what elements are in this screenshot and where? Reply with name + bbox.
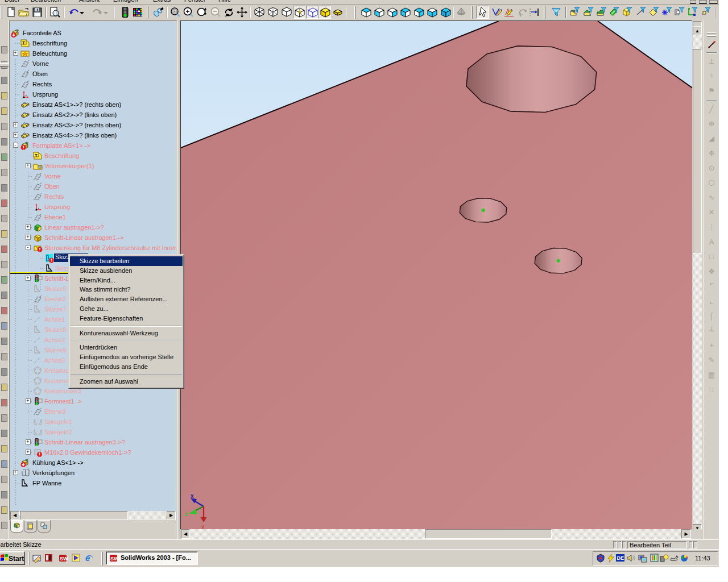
svg-text:DE: DE [617,555,624,561]
svg-text:SW: SW [60,556,68,562]
svg-text:y: y [201,523,205,529]
svg-text:T: T [35,153,38,158]
svg-text:z: z [185,511,188,517]
svg-text:e: e [85,554,90,563]
svg-text:T: T [22,40,25,45]
svg-text:SW: SW [110,556,118,562]
svg-text:x: x [191,493,194,499]
